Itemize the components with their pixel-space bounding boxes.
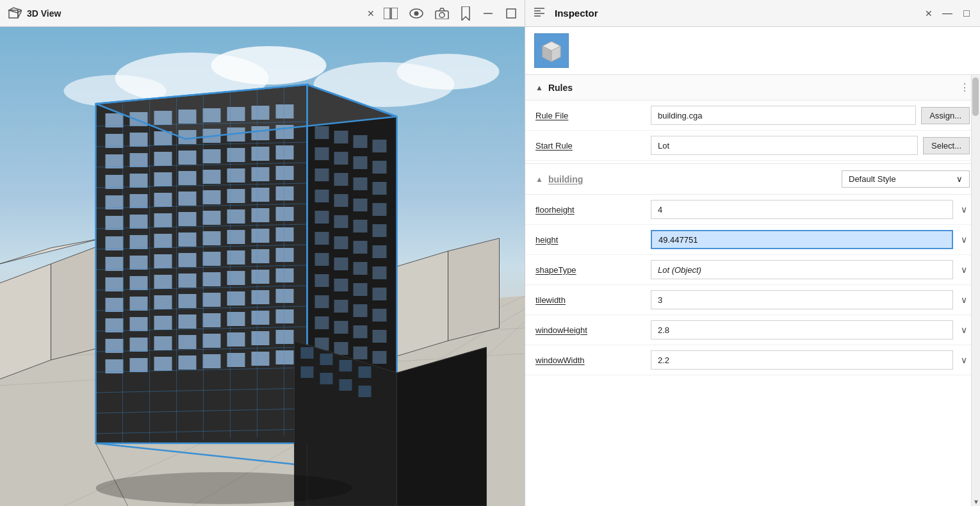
inspector-close-button[interactable]: ✕: [921, 7, 936, 20]
building-label[interactable]: building: [548, 174, 583, 184]
inspector-content: ▲ Rules ⋮ Rule File building.cga Assign.…: [525, 75, 980, 506]
svg-rect-32: [130, 112, 148, 126]
svg-rect-108: [227, 291, 245, 306]
prop-value-shapeType[interactable]: Lot (Object): [651, 260, 953, 279]
object-icon-bar: [525, 27, 980, 75]
svg-rect-128: [130, 358, 148, 372]
svg-rect-170: [373, 309, 387, 322]
svg-rect-158: [373, 245, 387, 258]
svg-rect-146: [373, 182, 387, 195]
svg-rect-90: [179, 253, 197, 267]
left-panel: 3D View ✕: [0, 0, 525, 506]
prop-chevron-windowHeight[interactable]: ∨: [958, 325, 970, 335]
prop-label-tilewidth: tilewidth: [535, 295, 651, 305]
svg-rect-97: [154, 275, 172, 289]
scene-svg: [0, 27, 525, 506]
svg-rect-47: [106, 154, 124, 168]
svg-rect-85: [252, 229, 270, 243]
svg-rect-126: [276, 330, 294, 344]
svg-rect-130: [179, 355, 197, 370]
properties-container: floorheight4∨height49.447751∨shapeTypeLo…: [525, 195, 980, 375]
svg-rect-165: [354, 283, 368, 296]
svg-rect-61: [252, 167, 270, 181]
svg-rect-172: [334, 321, 348, 334]
window-maximize-button[interactable]: □: [961, 8, 972, 19]
svg-rect-116: [227, 312, 245, 326]
panels-icon[interactable]: [384, 8, 398, 19]
prop-chevron-shapeType[interactable]: ∨: [958, 265, 970, 275]
prop-value-tilewidth[interactable]: 3: [651, 290, 953, 309]
property-row-shapeType: shapeTypeLot (Object)∨: [525, 255, 980, 285]
svg-rect-169: [354, 304, 368, 317]
prop-value-windowWidth[interactable]: 2.2: [651, 350, 953, 370]
svg-rect-52: [227, 148, 245, 162]
building-toggle[interactable]: ▲: [535, 175, 543, 184]
svg-rect-149: [354, 199, 368, 211]
svg-rect-56: [130, 174, 148, 188]
svg-rect-96: [130, 276, 148, 290]
svg-rect-171: [315, 316, 329, 329]
svg-rect-71: [106, 216, 124, 230]
svg-rect-70: [276, 186, 294, 200]
camera-icon[interactable]: [435, 8, 449, 19]
scrollbar-down-button[interactable]: ▼: [972, 497, 980, 506]
bookmark-icon[interactable]: [461, 6, 471, 20]
svg-rect-65: [154, 193, 172, 207]
svg-rect-120: [130, 338, 148, 352]
property-row-windowHeight: windowHeight2.8∨: [525, 315, 980, 345]
svg-rect-178: [373, 351, 387, 364]
rules-section-menu-icon[interactable]: ⋮: [960, 81, 970, 94]
maximize-icon[interactable]: [505, 8, 517, 19]
svg-rect-40: [130, 133, 148, 147]
svg-rect-124: [227, 332, 245, 347]
svg-rect-137: [354, 135, 368, 148]
svg-rect-147: [315, 190, 329, 202]
prop-value-area-windowHeight: 2.8∨: [651, 320, 970, 339]
rule-file-row: Rule File building.cga Assign...: [525, 101, 980, 131]
minimize-icon[interactable]: [482, 8, 494, 19]
object-icon[interactable]: [534, 33, 569, 68]
svg-rect-148: [334, 194, 348, 207]
prop-chevron-windowWidth[interactable]: ∨: [958, 355, 970, 365]
scrollbar-track[interactable]: ▲ ▼: [971, 75, 980, 506]
prop-value-floorheight[interactable]: 4: [651, 200, 953, 219]
svg-rect-151: [315, 211, 329, 224]
rule-file-label: Rule File: [535, 111, 651, 120]
prop-value-windowHeight[interactable]: 2.8: [651, 320, 953, 339]
svg-rect-98: [179, 273, 197, 288]
prop-label-height: height: [535, 235, 651, 245]
svg-rect-83: [203, 231, 221, 245]
prop-chevron-height[interactable]: ∨: [958, 234, 970, 245]
prop-chevron-tilewidth[interactable]: ∨: [958, 295, 970, 305]
svg-rect-163: [315, 274, 329, 287]
style-dropdown[interactable]: Default Style ∨: [842, 170, 970, 188]
window-controls: — □: [942, 8, 972, 19]
window-minimize-button[interactable]: —: [942, 8, 953, 19]
prop-value-height[interactable]: 49.447751: [651, 230, 953, 249]
assign-button[interactable]: Assign...: [921, 107, 970, 124]
rules-toggle[interactable]: ▲: [535, 83, 543, 92]
3d-viewport[interactable]: [0, 27, 525, 506]
svg-rect-127: [106, 359, 124, 373]
scrollbar-thumb[interactable]: [972, 78, 979, 116]
svg-rect-115: [203, 313, 221, 327]
eye-icon[interactable]: [409, 8, 423, 19]
svg-rect-60: [227, 168, 245, 183]
svg-rect-89: [154, 254, 172, 268]
svg-rect-99: [203, 272, 221, 286]
rule-file-value[interactable]: building.cga: [651, 106, 916, 125]
select-button[interactable]: Select...: [923, 137, 970, 154]
svg-rect-107: [203, 293, 221, 307]
inspector-panel-icon: [533, 6, 546, 21]
start-rule-value[interactable]: Lot: [651, 136, 918, 155]
3d-view-close-button[interactable]: ✕: [363, 7, 379, 20]
svg-rect-135: [315, 126, 329, 139]
svg-rect-103: [106, 298, 124, 312]
prop-chevron-floorheight[interactable]: ∨: [958, 204, 970, 215]
svg-rect-121: [154, 336, 172, 350]
svg-point-222: [96, 472, 352, 504]
property-row-height: height49.447751∨: [525, 225, 980, 255]
svg-rect-73: [154, 213, 172, 227]
prop-value-area-shapeType: Lot (Object)∨: [651, 260, 970, 279]
svg-rect-218: [339, 379, 352, 391]
